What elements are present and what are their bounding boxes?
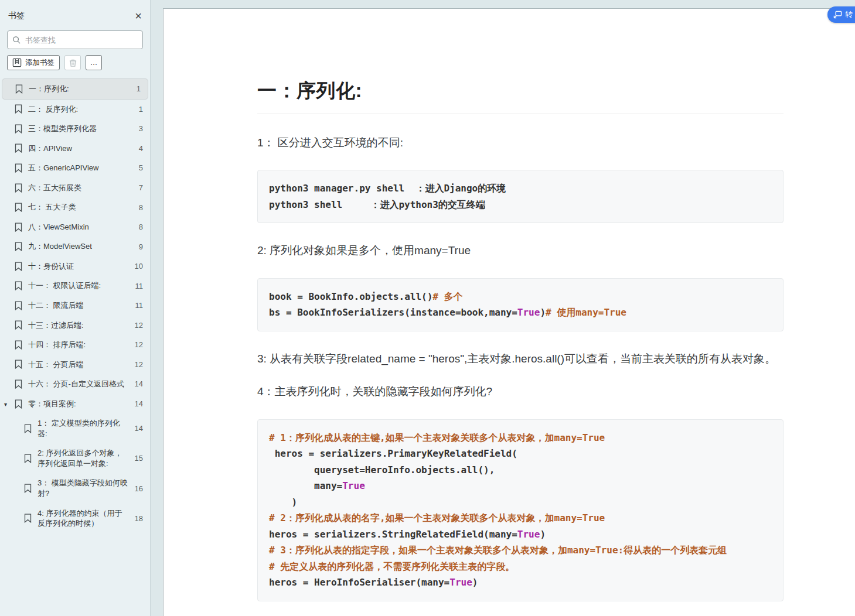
add-bookmark-button[interactable]: 添加书签 (7, 55, 60, 70)
bookmark-label: 十六： 分页-自定义返回格式 (28, 379, 130, 389)
bookmark-icon (14, 320, 23, 330)
bookmark-search-input[interactable] (25, 36, 138, 45)
bookmark-item[interactable]: 2: 序列化返回多个对象，序列化返回单一对象:15 (0, 443, 150, 473)
bookmark-page-number: 18 (135, 514, 143, 523)
code-block: python3 manager.py shell ：进入Django的环境 py… (257, 170, 784, 223)
bookmark-item[interactable]: 1： 定义模型类的序列化器:14 (0, 413, 150, 443)
bookmark-icon (14, 203, 23, 212)
bookmark-label: 九：ModelViewSet (28, 241, 134, 252)
bookmark-icon (23, 484, 32, 493)
bookmark-label: 一：序列化: (29, 84, 131, 94)
bookmark-item[interactable]: 八：ViewSetMixin8 (0, 217, 150, 237)
bookmark-page-number: 4 (139, 144, 143, 153)
bookmark-label: 三：模型类序列化器 (28, 124, 134, 134)
bookmark-page-number: 15 (135, 454, 143, 463)
search-icon (12, 36, 21, 45)
bookmark-page-number: 12 (135, 340, 143, 349)
bookmark-label: 十：身份认证 (28, 261, 130, 272)
bookmark-item[interactable]: 二： 反序列化:1 (0, 100, 150, 119)
bookmark-page-number: 11 (135, 301, 144, 310)
close-icon[interactable]: × (135, 11, 142, 20)
bookmark-icon (23, 514, 32, 523)
bookmark-icon (14, 281, 23, 290)
bookmark-icon (14, 340, 23, 350)
bookmark-page-number: 12 (135, 360, 143, 369)
bookmark-icon (14, 223, 23, 232)
bookmark-page-number: 10 (135, 262, 143, 271)
convert-label: 转 (845, 9, 853, 20)
expand-arrow-icon[interactable]: ▾ (4, 401, 7, 407)
bookmark-icon (14, 183, 23, 193)
bookmarks-title: 书签 (8, 11, 25, 21)
trash-icon (69, 58, 77, 67)
bookmark-page-number: 14 (135, 379, 143, 388)
bookmark-item[interactable]: 十二： 限流后端11 (0, 296, 150, 316)
bookmark-item[interactable]: ▾零：项目案例:14 (0, 394, 150, 414)
bookmark-item[interactable]: 十：身份认证10 (0, 256, 150, 276)
paragraph: 1： 区分进入交互环境的不同: (257, 134, 784, 151)
bookmark-page-number: 8 (139, 203, 143, 212)
bookmark-icon (14, 262, 23, 271)
bookmarks-toolbar: 添加书签 … (7, 55, 143, 70)
bookmark-label: 十一： 权限认证后端: (28, 280, 130, 291)
bookmark-item[interactable]: 十六： 分页-自定义返回格式14 (0, 374, 150, 394)
bookmark-page-number: 1 (137, 84, 141, 93)
more-options-button[interactable]: … (86, 55, 102, 70)
document-content: 一：序列化:1： 区分进入交互环境的不同:python3 manager.py … (257, 9, 784, 616)
bookmark-label: 十四： 排序后端: (28, 340, 130, 350)
bookmark-list: 一：序列化:1二： 反序列化:1三：模型类序列化器3四：APIView4五：Ge… (0, 77, 150, 535)
bookmark-item[interactable]: 九：ModelViewSet9 (0, 237, 150, 256)
bookmark-icon (14, 163, 23, 173)
bookmark-label: 十三：过滤后端: (28, 320, 130, 331)
bookmark-item[interactable]: 十四： 排序后端:12 (0, 335, 150, 355)
bookmark-icon (14, 399, 23, 409)
bookmark-label: 八：ViewSetMixin (28, 222, 134, 232)
bookmark-label: 七： 五大子类 (28, 202, 134, 213)
convert-button[interactable]: 转 (827, 6, 855, 23)
more-icon: … (90, 59, 98, 67)
bookmark-page-number: 1 (139, 105, 143, 114)
bookmark-page-number: 12 (135, 321, 143, 330)
bookmark-label: 二： 反序列化: (28, 104, 134, 115)
bookmark-search-box[interactable] (7, 30, 143, 49)
bookmark-page-number: 8 (139, 223, 143, 231)
delete-bookmark-button[interactable] (64, 55, 81, 70)
bookmark-item[interactable]: 五：GenericAPIView5 (0, 158, 150, 178)
paragraph: 4：主表序列化时，关联的隐藏字段如何序列化? (257, 383, 784, 400)
bookmark-item[interactable]: 四：APIView4 (0, 139, 150, 159)
code-block: # 1：序列化成从表的主键,如果一个主表对象关联多个从表对象，加many=Tru… (257, 419, 784, 601)
bookmark-item[interactable]: 七： 五大子类8 (0, 197, 150, 217)
bookmark-page-number: 14 (135, 424, 143, 433)
bookmark-item[interactable]: 4: 序列化器的约束（用于反序列化的时候）18 (0, 504, 150, 533)
bookmark-item[interactable]: 3： 模型类隐藏字段如何映射?16 (0, 473, 150, 503)
add-bookmark-label: 添加书签 (25, 58, 54, 68)
bookmark-label: 零：项目案例: (28, 399, 130, 409)
add-bookmark-icon (12, 58, 22, 67)
bookmark-item[interactable]: 十三：过滤后端:12 (0, 316, 150, 336)
bookmark-item[interactable]: 十五： 分页后端12 (0, 355, 150, 375)
bookmark-item[interactable]: 三：模型类序列化器3 (0, 119, 150, 139)
bookmarks-header: 书签 × (0, 0, 150, 27)
bookmark-item[interactable]: 十一： 权限认证后端:11 (0, 276, 150, 296)
bookmark-label: 4: 序列化器的约束（用于反序列化的时候） (38, 508, 130, 529)
bookmark-page-number: 3 (139, 124, 143, 133)
bookmark-label: 十五： 分页后端 (28, 360, 130, 370)
bookmark-icon (14, 301, 23, 310)
bookmark-page-number: 7 (139, 183, 143, 192)
convert-icon (833, 11, 842, 19)
bookmark-item[interactable]: 六：五大拓展类7 (0, 178, 150, 198)
bookmark-icon (23, 454, 32, 463)
bookmark-icon (14, 379, 23, 389)
bookmark-page-number: 14 (135, 399, 143, 408)
bookmark-icon (14, 104, 23, 114)
bookmark-icon (15, 84, 23, 94)
bookmark-page-number: 9 (139, 242, 143, 251)
pdf-page: 一：序列化:1： 区分进入交互环境的不同:python3 manager.py … (163, 8, 855, 616)
bookmark-label: 1： 定义模型类的序列化器: (38, 418, 130, 439)
bookmark-label: 2: 序列化返回多个对象，序列化返回单一对象: (38, 448, 130, 468)
bookmark-label: 十二： 限流后端 (28, 300, 130, 311)
bookmark-icon (23, 424, 32, 433)
bookmark-label: 六：五大拓展类 (28, 183, 134, 193)
bookmark-item[interactable]: 一：序列化:1 (2, 78, 148, 100)
bookmark-icon (14, 360, 23, 369)
